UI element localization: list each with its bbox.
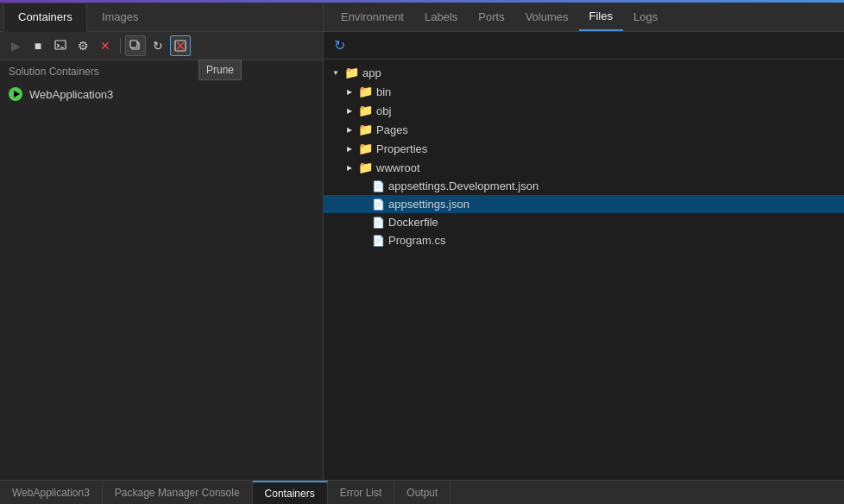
container-item-webapp3[interactable]: WebApplication3 <box>0 83 323 105</box>
right-panel: Environment Labels Ports Volumes Files L… <box>324 3 844 480</box>
tree-item-dockerfile[interactable]: 📄 Dockerfile <box>324 213 844 231</box>
folder-icon-properties: 📁 <box>358 142 373 155</box>
file-tree: 📁 app 📁 bin 📁 obj 📁 Pages <box>324 60 844 480</box>
tree-label-app: app <box>362 66 381 79</box>
container-list: WebApplication3 <box>0 83 323 480</box>
chevron-properties <box>344 143 355 154</box>
files-refresh-button[interactable]: ↻ <box>331 35 349 55</box>
solution-label: Solution Containers <box>0 60 323 83</box>
file-icon-dockerfile: 📄 <box>372 217 385 229</box>
tree-item-pages[interactable]: 📁 Pages <box>324 120 844 139</box>
tree-item-appsettings[interactable]: 📄 appsettings.json <box>324 195 844 213</box>
tree-label-appsettings-dev: appsettings.Development.json <box>388 180 539 192</box>
bottom-tab-webapp3[interactable]: WebApplication3 <box>0 481 103 504</box>
refresh-containers-button[interactable]: ↻ <box>148 35 168 56</box>
folder-icon-wwwroot: 📁 <box>358 161 373 174</box>
chevron-pages <box>344 124 355 135</box>
file-icon-program: 📄 <box>372 235 385 247</box>
copy-containers-button[interactable] <box>125 35 146 56</box>
running-indicator <box>9 87 22 101</box>
bottom-tab-containers[interactable]: Containers <box>253 481 328 504</box>
chevron-wwwroot <box>344 162 355 173</box>
tree-item-properties[interactable]: 📁 Properties <box>324 139 844 158</box>
tree-item-app[interactable]: 📁 app <box>324 63 844 82</box>
tree-item-appsettings-dev[interactable]: 📄 appsettings.Development.json <box>324 177 844 195</box>
folder-icon-bin: 📁 <box>358 85 373 98</box>
file-icon-appsettings-dev: 📄 <box>372 180 385 192</box>
tab-images[interactable]: Images <box>87 3 154 31</box>
start-button[interactable]: ▶ <box>5 35 26 56</box>
tree-label-appsettings: appsettings.json <box>388 198 469 211</box>
toolbar-separator <box>120 38 121 54</box>
tree-item-obj[interactable]: 📁 obj <box>324 101 844 120</box>
bottom-tabs: WebApplication3 Package Manager Console … <box>0 480 844 504</box>
tree-label-bin: bin <box>376 85 391 98</box>
folder-icon-obj: 📁 <box>358 104 373 117</box>
tree-item-program[interactable]: 📄 Program.cs <box>324 231 844 249</box>
chevron-obj <box>344 105 355 116</box>
tab-volumes[interactable]: Volumes <box>515 3 579 30</box>
container-label: WebApplication3 <box>29 88 113 101</box>
chevron-app <box>331 67 341 78</box>
bottom-tab-package-manager[interactable]: Package Manager Console <box>103 481 253 504</box>
tree-item-wwwroot[interactable]: 📁 wwwroot <box>324 158 844 177</box>
settings-button[interactable]: ⚙ <box>72 35 93 56</box>
folder-icon-app: 📁 <box>344 66 359 79</box>
chevron-bin <box>344 86 355 97</box>
left-tab-bar: Containers Images <box>0 3 323 32</box>
tab-environment[interactable]: Environment <box>331 3 414 30</box>
prune-tooltip: Prune <box>198 60 242 80</box>
right-toolbar: ↻ <box>324 32 844 60</box>
tree-label-obj: obj <box>376 104 391 117</box>
tab-logs[interactable]: Logs <box>623 3 668 30</box>
tab-ports[interactable]: Ports <box>468 3 514 30</box>
terminal-button[interactable] <box>50 35 71 56</box>
prune-button[interactable] <box>170 35 191 56</box>
tree-label-dockerfile: Dockerfile <box>388 216 438 229</box>
tab-labels[interactable]: Labels <box>414 3 468 30</box>
folder-icon-pages: 📁 <box>358 123 373 136</box>
left-toolbar: ▶ ■ ⚙ ✕ ↻ <box>0 32 323 60</box>
tab-containers[interactable]: Containers <box>3 3 87 32</box>
bottom-tab-output[interactable]: Output <box>394 481 450 504</box>
tree-label-properties: Properties <box>376 142 427 155</box>
tree-item-bin[interactable]: 📁 bin <box>324 82 844 101</box>
file-icon-appsettings: 📄 <box>372 198 385 211</box>
svg-rect-3 <box>130 41 137 47</box>
main-area: Containers Images ▶ ■ ⚙ ✕ <box>0 3 844 480</box>
tree-label-program: Program.cs <box>388 234 445 247</box>
delete-button[interactable]: ✕ <box>95 35 116 56</box>
right-tabs: Environment Labels Ports Volumes Files L… <box>324 3 844 32</box>
bottom-tab-error-list[interactable]: Error List <box>328 481 395 504</box>
tree-label-wwwroot: wwwroot <box>376 161 420 174</box>
tree-label-pages: Pages <box>376 123 408 136</box>
stop-button[interactable]: ■ <box>28 35 48 56</box>
tab-files[interactable]: Files <box>579 3 623 31</box>
left-panel: Containers Images ▶ ■ ⚙ ✕ <box>0 3 324 480</box>
